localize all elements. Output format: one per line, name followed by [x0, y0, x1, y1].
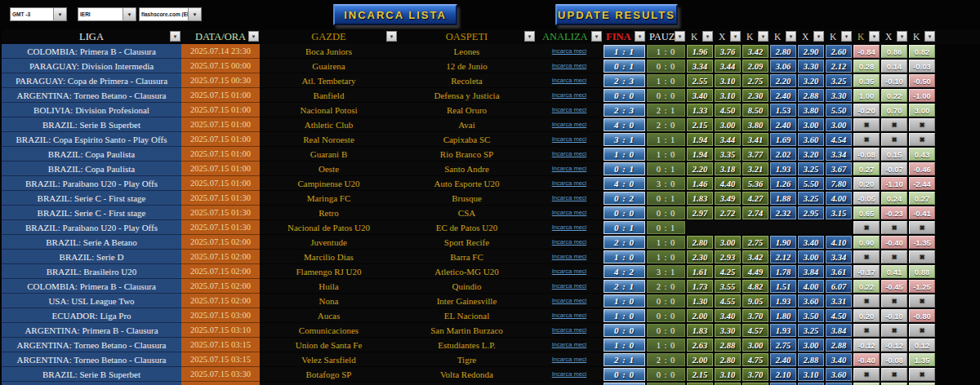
closing-odd-value: 3.00 [798, 118, 824, 131]
load-match-link[interactable]: Incarca meci [552, 77, 587, 84]
load-match-link[interactable]: Incarca meci [552, 194, 587, 201]
odds-diff-value: -0.20 [853, 104, 880, 117]
odds-diff-value: ✖ [909, 118, 935, 131]
odds-diff: -2.44 [908, 176, 936, 191]
opening-odd-value: 3.77 [742, 148, 768, 161]
closing-odd: 3.25 [797, 323, 825, 338]
load-match-link[interactable]: Incarca meci [552, 62, 587, 69]
filter-button[interactable]: ▼ [758, 31, 768, 42]
league-name: BRAZIL: Serie A Betano [2, 235, 181, 250]
final-score: 0 : 0 [603, 367, 646, 382]
load-match-link[interactable]: Incarca meci [552, 179, 587, 187]
load-match-link[interactable]: Incarca meci [552, 326, 587, 334]
load-match-link[interactable]: Incarca meci [552, 282, 587, 290]
filter-button[interactable]: ▼ [897, 31, 907, 42]
halftime-score-value: 1 : 0 [647, 236, 685, 249]
odds-diff-value: 0.27 [853, 162, 880, 175]
analiza-cell: Incarca meci [536, 220, 603, 235]
analiza-cell: Incarca meci [536, 59, 603, 73]
filter-button[interactable]: ▼ [924, 31, 935, 42]
halftime-score: 2 : 0 [646, 279, 686, 294]
analiza-cell: Incarca meci [536, 176, 603, 191]
filter-button[interactable]: ▼ [524, 31, 535, 42]
filter-button[interactable]: ▼ [635, 31, 645, 42]
halftime-score-value: 2 : 0 [647, 280, 685, 293]
row-filler [936, 103, 980, 117]
odds-diff: 0.20 [853, 176, 880, 191]
filter-button[interactable]: ▼ [730, 31, 741, 42]
final-score-value: 1 : 0 [604, 250, 645, 263]
league-name: ARGENTINA: Torneo Betano - Clausura [2, 88, 181, 103]
odds-diff: ✖ [880, 323, 908, 338]
timezone-dropdown[interactable]: GMT -3 ▼ [10, 7, 67, 21]
closing-odd: 2.88 [797, 88, 825, 103]
match-datetime: 2025.07.15 01:00 [181, 117, 260, 132]
load-match-link[interactable]: Incarca meci [552, 268, 587, 275]
load-match-link[interactable]: Incarca meci [552, 91, 587, 99]
load-match-link[interactable]: Incarca meci [552, 121, 587, 128]
halftime-score: 2 : 1 [646, 103, 686, 117]
load-match-link[interactable]: Incarca meci [552, 356, 587, 363]
day-dropdown[interactable]: IERI ▼ [78, 7, 136, 21]
closing-odd-value: 2.10 [770, 368, 796, 381]
closing-odd: 3.60 [797, 294, 825, 308]
odds-diff: 0.20 [853, 308, 880, 323]
final-score: 4 : 0 [603, 117, 646, 132]
update-results-button[interactable]: UPDATE RESULTS [555, 4, 678, 25]
opening-odd-value: 4.75 [742, 353, 768, 366]
load-match-link[interactable]: Incarca meci [552, 150, 587, 157]
match-datetime: 2025.07.15 01:30 [181, 206, 260, 220]
final-score-value: 2 : 1 [604, 280, 645, 293]
halftime-score-value: 0 : 0 [647, 89, 685, 102]
filter-button[interactable]: ▼ [869, 31, 880, 42]
load-match-link[interactable]: Incarca meci [552, 223, 587, 231]
load-match-link[interactable]: Incarca meci [552, 253, 587, 260]
odds-diff-value: -1.25 [909, 280, 935, 293]
analiza-cell: Incarca meci [536, 235, 603, 250]
final-score-value: 1 : 0 [604, 309, 645, 322]
odds-diff: 0.86 [880, 44, 908, 59]
header-label: K [774, 32, 781, 42]
filter-button[interactable]: ▼ [170, 31, 180, 42]
filter-button[interactable]: ▼ [675, 31, 685, 42]
filter-button[interactable]: ▼ [813, 31, 824, 42]
opening-odd-value: 2.30 [742, 89, 768, 102]
load-match-link[interactable]: Incarca meci [552, 47, 587, 55]
load-match-link[interactable]: Incarca meci [552, 165, 587, 172]
load-match-link[interactable]: Incarca meci [552, 209, 587, 216]
load-match-link[interactable]: Incarca meci [552, 341, 587, 348]
load-match-link[interactable]: Incarca meci [552, 297, 587, 304]
filter-button[interactable]: ▼ [248, 31, 259, 42]
final-score-value: 1 : 0 [604, 294, 645, 308]
load-match-link[interactable]: Incarca meci [552, 370, 587, 378]
home-team: Atl. Tembetary [260, 73, 398, 88]
load-match-link[interactable]: Incarca meci [552, 106, 587, 113]
load-match-link[interactable]: Incarca meci [552, 312, 587, 319]
load-match-link[interactable]: Incarca meci [552, 135, 587, 143]
halftime-score-value: 1 : 0 [647, 339, 685, 352]
filter-button[interactable]: ▼ [386, 31, 397, 42]
load-match-link[interactable]: Incarca meci [552, 238, 587, 246]
closing-odd: 2.12 [769, 250, 797, 264]
closing-odd: 2.40 [769, 88, 797, 103]
odds-diff-value: ✖ [853, 133, 880, 146]
load-list-button[interactable]: INCARCA LISTA [333, 4, 457, 25]
filter-button[interactable]: ▼ [786, 31, 796, 42]
chevron-down-icon[interactable]: ▼ [122, 8, 136, 20]
halftime-score: 2 : 0 [646, 117, 686, 132]
opening-odd-value: 3.10 [715, 368, 741, 381]
filter-button[interactable]: ▼ [841, 31, 852, 42]
filter-button[interactable]: ▼ [591, 31, 602, 42]
opening-odd: 1.94 [686, 147, 714, 162]
header-odds-3: K▼ [742, 29, 769, 44]
match-datetime: 2025.07.15 02:00 [181, 250, 260, 264]
odds-diff-value: ✖ [853, 324, 880, 337]
source-dropdown[interactable]: flashscore.com (EN) ▼ [139, 7, 202, 21]
header-oaspeti: OASPETI ▼ [398, 29, 536, 44]
chevron-down-icon[interactable]: ▼ [188, 8, 201, 20]
closing-odd: 1.90 [769, 235, 797, 250]
filter-button[interactable]: ▼ [702, 31, 713, 42]
analiza-cell: Incarca meci [536, 147, 603, 162]
chevron-down-icon[interactable]: ▼ [53, 8, 66, 20]
closing-odd: 2.75 [769, 338, 797, 352]
